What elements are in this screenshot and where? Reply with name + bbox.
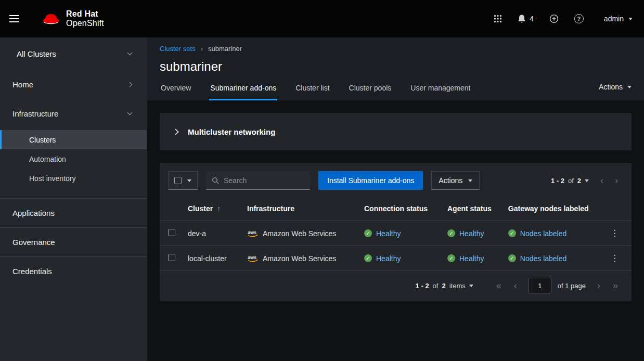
user-menu-dropdown[interactable]: admin (604, 15, 633, 23)
logo-line2: OpenShift (66, 19, 104, 28)
sidebar: All Clusters Home Infrastructure Cluster… (0, 37, 147, 361)
current-page-input[interactable] (529, 278, 551, 293)
gateway-nodes-link[interactable]: ✓ Nodes labeled (508, 229, 567, 238)
row-kebab-menu[interactable]: ⋮ (606, 229, 623, 238)
column-header-connection-status[interactable]: Connection status (356, 198, 439, 221)
svg-text:aws: aws (248, 255, 256, 260)
sidebar-item-automation[interactable]: Automation (0, 149, 147, 169)
bell-icon (518, 14, 526, 23)
row-kebab-menu[interactable]: ⋮ (606, 254, 623, 263)
pagination-options-toggle[interactable]: 1 - 2 of 2 items (410, 282, 479, 290)
bulk-select-dropdown[interactable] (168, 171, 198, 190)
toolbar-actions-label: Actions (439, 176, 462, 185)
breadcrumb: Cluster sets › submariner (160, 45, 632, 53)
sidebar-item-host-inventory[interactable]: Host inventory (0, 169, 147, 188)
prev-page-button[interactable]: ‹ (595, 176, 609, 185)
sidebar-item-label: Credentials (12, 267, 52, 276)
caret-down-icon (585, 179, 589, 182)
cluster-name-cell: local-cluster (179, 246, 239, 271)
breadcrumb-link-cluster-sets[interactable]: Cluster sets (160, 45, 196, 53)
header-kebab-cell (598, 198, 632, 221)
gateway-nodes-link[interactable]: ✓ Nodes labeled (508, 254, 567, 263)
row-checkbox[interactable] (168, 229, 175, 236)
status-label: Healthy (376, 254, 401, 263)
sidebar-item-governance[interactable]: Governance (0, 227, 147, 256)
cluster-name-cell: dev-a (179, 221, 239, 246)
column-header-gateway-nodes[interactable]: Gateway nodes labeled (500, 198, 598, 221)
aws-icon: aws (247, 254, 259, 262)
status-label: Nodes labeled (520, 254, 567, 263)
next-page-button[interactable]: › (592, 281, 606, 290)
select-all-checkbox[interactable] (174, 177, 182, 184)
tab-cluster-list[interactable]: Cluster list (294, 78, 330, 100)
first-page-button[interactable]: « (491, 281, 507, 290)
tab-cluster-pools[interactable]: Cluster pools (348, 78, 393, 100)
search-box (206, 171, 310, 190)
table-header-row: Cluster↑ Infrastructure Connection statu… (160, 198, 632, 221)
infrastructure-label: Amazon Web Services (263, 229, 336, 238)
chevron-right-icon (172, 128, 179, 135)
row-checkbox[interactable] (168, 254, 175, 261)
install-submariner-button[interactable]: Install Submariner add-ons (318, 171, 423, 190)
caret-down-icon (628, 18, 633, 20)
submariner-table-card: Install Submariner add-ons Actions 1 - 2… (160, 163, 632, 301)
table-toolbar: Install Submariner add-ons Actions 1 - 2… (160, 163, 632, 198)
last-page-button[interactable]: » (608, 281, 623, 290)
column-header-agent-status[interactable]: Agent status (439, 198, 500, 221)
pagination-of: of (433, 282, 439, 290)
username: admin (604, 15, 624, 23)
pagination-options-toggle[interactable]: 1 - 2 of 2 (546, 177, 594, 185)
sidebar-item-infrastructure[interactable]: Infrastructure (0, 99, 147, 128)
tab-submariner-add-ons[interactable]: Submariner add-ons (209, 78, 277, 100)
toolbar-actions-dropdown[interactable]: Actions (431, 171, 480, 190)
page-content: Multicluster networking (147, 100, 644, 361)
caret-down-icon (187, 179, 191, 182)
table-row: local-cluster aws Amazon Web Services (160, 246, 632, 271)
column-header-infrastructure[interactable]: Infrastructure (239, 198, 356, 221)
prev-page-button[interactable]: ‹ (509, 281, 522, 290)
agent-status-link[interactable]: ✓ Healthy (447, 229, 484, 238)
page-actions-dropdown[interactable]: Actions (599, 83, 632, 100)
app-launcher-button[interactable] (488, 10, 508, 27)
tab-user-management[interactable]: User management (409, 78, 471, 100)
header-checkbox-cell (160, 198, 179, 221)
next-page-button[interactable]: › (610, 176, 623, 185)
sidebar-item-applications[interactable]: Applications (0, 198, 147, 227)
submariner-clusters-table: Cluster↑ Infrastructure Connection statu… (160, 198, 632, 270)
search-input[interactable] (206, 171, 310, 190)
sidebar-item-home[interactable]: Home (0, 70, 147, 99)
tab-overview[interactable]: Overview (160, 78, 192, 100)
pagination-of: of (568, 177, 574, 185)
agent-status-link[interactable]: ✓ Healthy (447, 254, 484, 263)
pagination-items-label: items (449, 282, 466, 290)
svg-text:aws: aws (248, 230, 256, 235)
redhat-openshift-logo[interactable]: Red Hat OpenShift (41, 9, 104, 29)
column-header-cluster[interactable]: Cluster↑ (179, 198, 239, 221)
connection-status-link[interactable]: ✓ Healthy (364, 229, 401, 238)
import-cluster-button[interactable] (544, 10, 564, 28)
connection-status-link[interactable]: ✓ Healthy (364, 254, 401, 263)
help-button[interactable]: ? (569, 10, 589, 28)
search-icon (212, 177, 219, 186)
tabs-row: Overview Submariner add-ons Cluster list… (160, 78, 632, 100)
chevron-down-icon (127, 110, 133, 115)
breadcrumb-separator-icon: › (201, 45, 203, 53)
page-nav-group: « ‹ of 1 page › » (491, 278, 623, 293)
sidebar-item-credentials[interactable]: Credentials (0, 256, 147, 286)
sidebar-item-clusters[interactable]: Clusters (0, 130, 147, 149)
expandable-section-title: Multicluster networking (188, 127, 275, 136)
sidebar-item-label: Governance (12, 238, 55, 247)
nav-toggle-button[interactable] (9, 8, 30, 29)
notifications-button[interactable]: 4 (512, 10, 539, 28)
column-label: Agent status (447, 204, 492, 213)
column-label: Connection status (364, 204, 428, 213)
chevron-down-icon (127, 50, 133, 55)
sidebar-item-label: Infrastructure (12, 109, 58, 118)
caret-down-icon (468, 179, 472, 182)
cluster-perspective-switcher[interactable]: All Clusters (0, 37, 147, 70)
infrastructure-label: Amazon Web Services (263, 254, 336, 263)
page-title: submariner (160, 59, 632, 74)
multicluster-networking-expandable[interactable]: Multicluster networking (160, 113, 632, 150)
status-label: Nodes labeled (520, 229, 567, 238)
top-pagination: 1 - 2 of 2 ‹ › (546, 176, 623, 185)
